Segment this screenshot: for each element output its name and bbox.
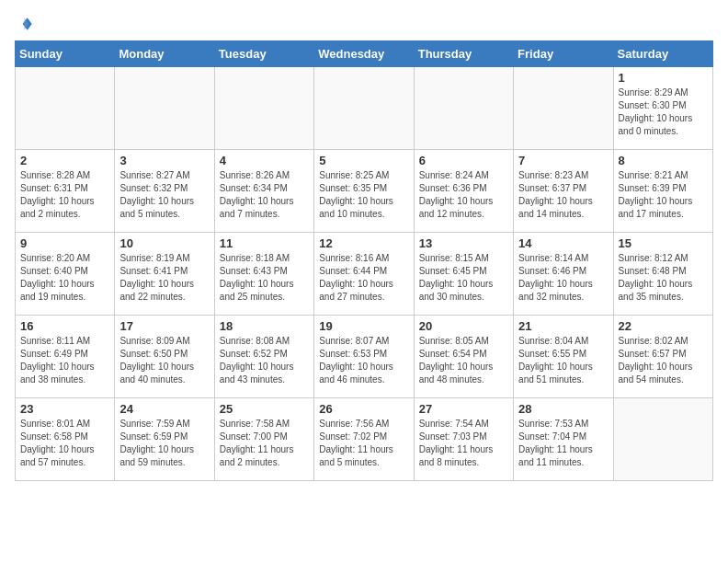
day-info: Sunrise: 8:14 AM Sunset: 6:46 PM Dayligh… (518, 252, 608, 304)
calendar-cell: 1Sunrise: 8:29 AM Sunset: 6:30 PM Daylig… (613, 67, 712, 150)
calendar-cell: 17Sunrise: 8:09 AM Sunset: 6:50 PM Dayli… (115, 316, 214, 398)
week-row-2: 9Sunrise: 8:20 AM Sunset: 6:40 PM Daylig… (16, 233, 713, 316)
calendar-cell (214, 67, 313, 150)
day-info: Sunrise: 7:56 AM Sunset: 7:02 PM Dayligh… (319, 418, 408, 469)
calendar-cell: 20Sunrise: 8:05 AM Sunset: 6:54 PM Dayli… (414, 316, 513, 398)
day-number: 6 (419, 154, 508, 167)
calendar-cell (613, 398, 712, 481)
calendar-cell: 12Sunrise: 8:16 AM Sunset: 6:44 PM Dayli… (314, 233, 414, 316)
day-info: Sunrise: 8:08 AM Sunset: 6:52 PM Dayligh… (220, 335, 309, 386)
day-info: Sunrise: 8:19 AM Sunset: 6:41 PM Dayligh… (119, 252, 209, 304)
calendar-cell: 3Sunrise: 8:27 AM Sunset: 6:32 PM Daylig… (115, 150, 214, 233)
day-number: 9 (20, 236, 109, 250)
logo-icon (17, 15, 35, 33)
day-info: Sunrise: 8:11 AM Sunset: 6:49 PM Dayligh… (20, 335, 109, 386)
calendar-cell (514, 67, 613, 150)
week-row-1: 2Sunrise: 8:28 AM Sunset: 6:31 PM Daylig… (16, 150, 713, 233)
calendar-cell: 11Sunrise: 8:18 AM Sunset: 6:43 PM Dayli… (214, 233, 313, 316)
day-info: Sunrise: 8:07 AM Sunset: 6:53 PM Dayligh… (319, 335, 408, 386)
calendar-cell: 28Sunrise: 7:53 AM Sunset: 7:04 PM Dayli… (514, 398, 613, 481)
calendar-cell (414, 67, 513, 150)
day-info: Sunrise: 8:18 AM Sunset: 6:43 PM Dayligh… (220, 252, 309, 304)
calendar-table: SundayMondayTuesdayWednesdayThursdayFrid… (15, 40, 713, 481)
day-number: 16 (20, 319, 109, 333)
day-number: 11 (220, 236, 309, 250)
calendar-cell: 24Sunrise: 7:59 AM Sunset: 6:59 PM Dayli… (115, 398, 214, 481)
day-number: 7 (518, 154, 608, 167)
calendar-cell: 5Sunrise: 8:25 AM Sunset: 6:35 PM Daylig… (314, 150, 414, 233)
calendar-cell: 2Sunrise: 8:28 AM Sunset: 6:31 PM Daylig… (16, 150, 115, 233)
day-info: Sunrise: 8:24 AM Sunset: 6:36 PM Dayligh… (419, 169, 508, 221)
calendar-header-row: SundayMondayTuesdayWednesdayThursdayFrid… (16, 41, 713, 67)
day-info: Sunrise: 8:25 AM Sunset: 6:35 PM Dayligh… (319, 169, 408, 221)
day-info: Sunrise: 8:05 AM Sunset: 6:54 PM Dayligh… (419, 335, 508, 386)
day-info: Sunrise: 8:01 AM Sunset: 6:58 PM Dayligh… (20, 418, 109, 469)
day-number: 15 (619, 236, 708, 250)
day-number: 22 (619, 319, 708, 333)
calendar-cell: 18Sunrise: 8:08 AM Sunset: 6:52 PM Dayli… (214, 316, 313, 398)
col-header-monday: Monday (115, 41, 214, 67)
day-number: 23 (20, 402, 109, 416)
day-info: Sunrise: 8:16 AM Sunset: 6:44 PM Dayligh… (319, 252, 408, 304)
day-info: Sunrise: 8:23 AM Sunset: 6:37 PM Dayligh… (518, 169, 608, 221)
calendar-cell: 8Sunrise: 8:21 AM Sunset: 6:39 PM Daylig… (613, 150, 712, 233)
col-header-thursday: Thursday (414, 41, 513, 67)
calendar-cell: 15Sunrise: 8:12 AM Sunset: 6:48 PM Dayli… (613, 233, 712, 316)
day-info: Sunrise: 8:09 AM Sunset: 6:50 PM Dayligh… (119, 335, 209, 386)
day-number: 5 (319, 154, 408, 167)
day-info: Sunrise: 8:21 AM Sunset: 6:39 PM Dayligh… (619, 169, 708, 221)
day-number: 21 (518, 319, 608, 333)
col-header-friday: Friday (514, 41, 613, 67)
calendar-cell: 19Sunrise: 8:07 AM Sunset: 6:53 PM Dayli… (314, 316, 414, 398)
day-number: 24 (119, 402, 209, 416)
day-number: 10 (119, 236, 209, 250)
day-number: 28 (518, 402, 608, 416)
calendar-cell: 25Sunrise: 7:58 AM Sunset: 7:00 PM Dayli… (214, 398, 313, 481)
calendar-cell: 6Sunrise: 8:24 AM Sunset: 6:36 PM Daylig… (414, 150, 513, 233)
calendar-cell: 10Sunrise: 8:19 AM Sunset: 6:41 PM Dayli… (115, 233, 214, 316)
header (15, 15, 713, 33)
day-info: Sunrise: 8:12 AM Sunset: 6:48 PM Dayligh… (619, 252, 708, 304)
week-row-0: 1Sunrise: 8:29 AM Sunset: 6:30 PM Daylig… (16, 67, 713, 150)
day-number: 3 (119, 154, 209, 167)
day-number: 20 (419, 319, 508, 333)
day-info: Sunrise: 7:54 AM Sunset: 7:03 PM Dayligh… (419, 418, 508, 469)
day-number: 26 (319, 402, 408, 416)
day-info: Sunrise: 8:27 AM Sunset: 6:32 PM Dayligh… (119, 169, 209, 221)
calendar-cell (115, 67, 214, 150)
day-number: 13 (419, 236, 508, 250)
week-row-4: 23Sunrise: 8:01 AM Sunset: 6:58 PM Dayli… (16, 398, 713, 481)
day-number: 27 (419, 402, 508, 416)
col-header-saturday: Saturday (613, 41, 712, 67)
day-number: 8 (619, 154, 708, 167)
day-info: Sunrise: 8:15 AM Sunset: 6:45 PM Dayligh… (419, 252, 508, 304)
week-row-3: 16Sunrise: 8:11 AM Sunset: 6:49 PM Dayli… (16, 316, 713, 398)
day-number: 19 (319, 319, 408, 333)
calendar-cell: 13Sunrise: 8:15 AM Sunset: 6:45 PM Dayli… (414, 233, 513, 316)
day-info: Sunrise: 8:04 AM Sunset: 6:55 PM Dayligh… (518, 335, 608, 386)
calendar-cell: 4Sunrise: 8:26 AM Sunset: 6:34 PM Daylig… (214, 150, 313, 233)
calendar-cell (16, 67, 115, 150)
day-number: 17 (119, 319, 209, 333)
calendar-cell: 9Sunrise: 8:20 AM Sunset: 6:40 PM Daylig… (16, 233, 115, 316)
calendar-cell (314, 67, 414, 150)
day-info: Sunrise: 7:59 AM Sunset: 6:59 PM Dayligh… (119, 418, 209, 469)
calendar-cell: 22Sunrise: 8:02 AM Sunset: 6:57 PM Dayli… (613, 316, 712, 398)
day-info: Sunrise: 8:28 AM Sunset: 6:31 PM Dayligh… (20, 169, 109, 221)
day-number: 18 (220, 319, 309, 333)
calendar-cell: 21Sunrise: 8:04 AM Sunset: 6:55 PM Dayli… (514, 316, 613, 398)
day-number: 4 (220, 154, 309, 167)
calendar-cell: 14Sunrise: 8:14 AM Sunset: 6:46 PM Dayli… (514, 233, 613, 316)
day-info: Sunrise: 7:53 AM Sunset: 7:04 PM Dayligh… (518, 418, 608, 469)
col-header-tuesday: Tuesday (214, 41, 313, 67)
col-header-sunday: Sunday (16, 41, 115, 67)
day-number: 25 (220, 402, 309, 416)
logo (15, 15, 35, 33)
day-info: Sunrise: 8:02 AM Sunset: 6:57 PM Dayligh… (619, 335, 708, 386)
calendar-cell: 26Sunrise: 7:56 AM Sunset: 7:02 PM Dayli… (314, 398, 414, 481)
day-number: 14 (518, 236, 608, 250)
day-info: Sunrise: 8:29 AM Sunset: 6:30 PM Dayligh… (619, 86, 708, 138)
day-info: Sunrise: 7:58 AM Sunset: 7:00 PM Dayligh… (220, 418, 309, 469)
calendar-cell: 27Sunrise: 7:54 AM Sunset: 7:03 PM Dayli… (414, 398, 513, 481)
calendar-cell: 23Sunrise: 8:01 AM Sunset: 6:58 PM Dayli… (16, 398, 115, 481)
